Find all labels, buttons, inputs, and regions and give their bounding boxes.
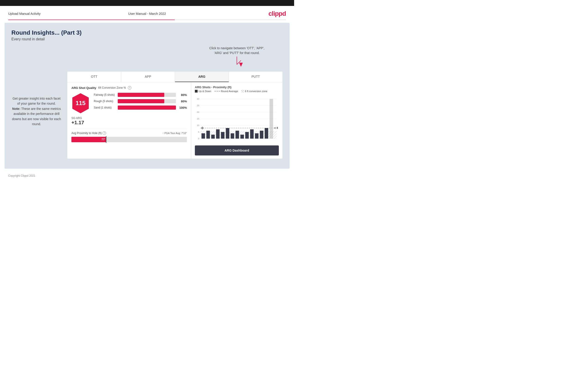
arg-dashboard-button[interactable]: ARG Dashboard xyxy=(195,145,279,155)
pga-avg-label: ↑ PGA Tour Avg: 7'10" xyxy=(163,132,187,134)
proximity-title: Avg Proximity to Hole (ft) ? xyxy=(71,131,106,135)
hex-score: 115 xyxy=(71,93,90,113)
svg-marker-2 xyxy=(239,63,243,67)
bar-fill-fairway xyxy=(118,93,164,97)
svg-text:20: 20 xyxy=(197,111,199,113)
svg-rect-31 xyxy=(235,131,239,139)
bar-track-sand xyxy=(118,106,176,110)
svg-rect-28 xyxy=(221,132,224,139)
svg-rect-32 xyxy=(240,135,244,139)
footer: Copyright Clippd 2021 xyxy=(0,171,294,180)
legend-round-avg-icon xyxy=(215,91,220,92)
svg-rect-29 xyxy=(226,128,229,139)
svg-marker-21 xyxy=(201,127,204,129)
bar-fill-rough xyxy=(118,99,164,103)
legend-updown: Up & Down xyxy=(195,90,211,92)
bar-track-fairway xyxy=(118,93,176,97)
tab-ott[interactable]: OTT xyxy=(67,72,121,82)
top-bar xyxy=(0,0,294,6)
side-annotation-text: Get greater insight into each facet of y… xyxy=(11,96,62,126)
svg-rect-35 xyxy=(255,133,258,139)
upload-manual-activity-link[interactable]: Upload Manual Activity xyxy=(8,12,41,16)
click-annotation-area: Click to navigate between 'OTT', 'APP','… xyxy=(67,46,283,69)
hex-score-value: 115 xyxy=(76,100,85,107)
svg-text:5: 5 xyxy=(198,131,199,133)
proximity-bar-fill: 77' xyxy=(71,137,106,142)
bar-row-rough: Rough (5 shots) 80% xyxy=(94,99,187,103)
shot-quality-header: ARG Shot Quality 6ft Conversion Zone % ? xyxy=(71,86,187,90)
hex-bars-container: 115 Fairway (5 shots) 80% xyxy=(71,93,187,113)
shot-quality-title: ARG Shot Quality xyxy=(71,86,96,90)
proximity-chart-svg: 0 5 10 15 20 25 30 xyxy=(195,94,279,142)
page-title: Round Insights... (Part 3) xyxy=(11,29,283,36)
proximity-bar-track: 77' xyxy=(71,137,187,142)
svg-text:8: 8 xyxy=(277,126,278,129)
conversion-bars: Fairway (5 shots) 80% Rough (5 shots) xyxy=(94,93,187,112)
doc-title: User Manual - March 2022 xyxy=(128,12,166,16)
proximity-help-icon[interactable]: ? xyxy=(103,131,106,135)
header-divider xyxy=(8,20,286,20)
conversion-title: 6ft Conversion Zone % xyxy=(98,86,126,89)
bar-pct-rough: 80% xyxy=(178,100,187,103)
legend-6ft-icon xyxy=(241,90,244,92)
legend-updown-label: Up & Down xyxy=(199,90,211,92)
card-right-section: ARG Shots - Proximity (ft) Up & Down Rou… xyxy=(191,82,283,159)
svg-rect-30 xyxy=(231,133,234,139)
arg-card: OTT APP ARG PUTT ARG Shot Quality 6ft Co… xyxy=(67,71,283,159)
svg-text:10: 10 xyxy=(197,124,199,126)
bar-label-sand: Sand (1 shots) xyxy=(94,106,118,109)
logo: clippd xyxy=(268,10,286,17)
left-panel: Get greater insight into each facet of y… xyxy=(11,46,62,159)
sg-label: SG ARG xyxy=(71,117,187,120)
svg-text:0: 0 xyxy=(198,137,199,140)
sg-arg-section: SG ARG +1.17 xyxy=(71,117,187,125)
proximity-header: Avg Proximity to Hole (ft) ? ↑ PGA Tour … xyxy=(71,131,187,135)
svg-rect-27 xyxy=(216,129,219,139)
proximity-section: Avg Proximity to Hole (ft) ? ↑ PGA Tour … xyxy=(71,129,187,142)
bar-pct-fairway: 80% xyxy=(178,93,187,97)
tab-app[interactable]: APP xyxy=(121,72,175,82)
proximity-bar-value: 77' xyxy=(102,138,105,141)
svg-rect-33 xyxy=(245,132,249,139)
card-wrapper: Click to navigate between 'OTT', 'APP','… xyxy=(67,46,283,159)
svg-marker-22 xyxy=(274,127,276,129)
legend-6ft: 6 ft conversion zone xyxy=(241,90,267,92)
chart-area: 0 5 10 15 20 25 30 xyxy=(195,94,279,143)
arrow-icon xyxy=(230,55,244,69)
card-body: ARG Shot Quality 6ft Conversion Zone % ? xyxy=(67,82,283,159)
legend-6ft-label: 6 ft conversion zone xyxy=(245,90,267,92)
legend-round-avg: Round Average xyxy=(215,90,238,92)
bar-fill-sand xyxy=(118,106,176,110)
tab-arg[interactable]: ARG xyxy=(175,72,229,82)
svg-text:25: 25 xyxy=(197,104,199,107)
tabs-bar: OTT APP ARG PUTT xyxy=(67,72,283,82)
chart-legend: Up & Down Round Average 6 ft conversion … xyxy=(195,90,279,92)
bar-label-fairway: Fairway (5 shots) xyxy=(94,93,118,96)
proximity-title-text: Avg Proximity to Hole (ft) xyxy=(71,132,102,135)
svg-rect-34 xyxy=(250,129,253,139)
bar-track-rough xyxy=(118,99,176,103)
legend-round-avg-label: Round Average xyxy=(221,90,238,92)
bar-row-sand: Sand (1 shots) 100% xyxy=(94,106,187,110)
svg-rect-24 xyxy=(201,133,205,139)
content-layout: Get greater insight into each facet of y… xyxy=(11,46,283,159)
svg-text:15: 15 xyxy=(197,117,199,120)
copyright-text: Copyright Clippd 2021 xyxy=(8,174,35,177)
proximity-cursor xyxy=(106,136,106,143)
help-icon[interactable]: ? xyxy=(128,86,131,90)
tab-putt[interactable]: PUTT xyxy=(229,72,283,82)
click-annotation-text: Click to navigate between 'OTT', 'APP','… xyxy=(209,46,264,55)
sg-value: +1.17 xyxy=(71,120,187,125)
header: Upload Manual Activity User Manual - Mar… xyxy=(0,6,294,20)
card-left-section: ARG Shot Quality 6ft Conversion Zone % ? xyxy=(67,82,191,159)
click-annotation: Click to navigate between 'OTT', 'APP','… xyxy=(209,46,264,69)
page-subtitle: Every round in detail xyxy=(11,37,283,41)
svg-rect-36 xyxy=(260,131,263,139)
chart-header: ARG Shots - Proximity (ft) xyxy=(195,85,279,89)
bar-pct-sand: 100% xyxy=(178,106,187,109)
bar-label-rough: Rough (5 shots) xyxy=(94,100,118,103)
svg-rect-38 xyxy=(269,99,273,139)
svg-rect-26 xyxy=(211,135,215,139)
legend-updown-icon xyxy=(195,90,198,92)
main-content: Round Insights... (Part 3) Every round i… xyxy=(5,23,290,169)
